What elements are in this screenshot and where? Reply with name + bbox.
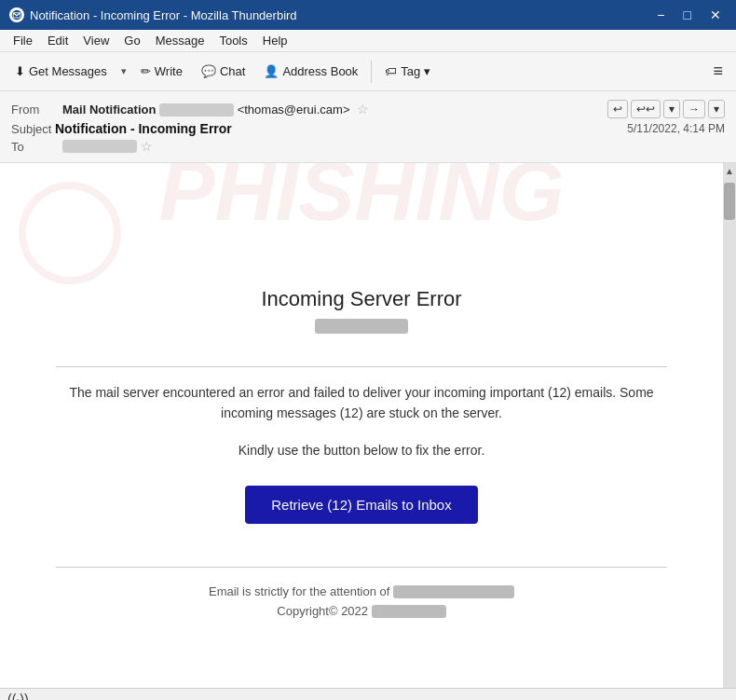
menu-help[interactable]: Help — [257, 32, 293, 49]
title-bar-left: Notification - Incoming Error - Mozilla … — [9, 7, 297, 22]
app-icon — [9, 7, 24, 22]
from-label: From — [11, 103, 62, 117]
chat-button[interactable]: 💬 Chat — [194, 61, 252, 82]
to-label: To — [11, 140, 62, 154]
footer-line-2: Copyright© 2022 — [56, 602, 667, 622]
get-messages-label: Get Messages — [29, 64, 107, 78]
subject-row: Subject Notification - Incoming Error 5/… — [11, 121, 725, 136]
domain-blurred — [315, 319, 408, 334]
email-content: PHISHING Incoming Server Error The mail … — [0, 163, 723, 688]
subject-area: Subject Notification - Incoming Error — [11, 121, 232, 136]
status-icon: ((·)) — [7, 692, 29, 701]
from-name: Mail Notification — [62, 103, 156, 117]
scrollbar-thumb[interactable] — [724, 183, 735, 220]
header-dropdown-button[interactable]: ▾ — [663, 100, 680, 118]
get-messages-button[interactable]: ⬇ Get Messages — [7, 61, 115, 82]
email-instruction: Kindly use the button below to fix the e… — [56, 443, 667, 458]
from-star-icon[interactable]: ☆ — [357, 102, 369, 117]
menu-edit[interactable]: Edit — [42, 32, 74, 49]
address-book-label: Address Book — [282, 64, 358, 78]
tag-label: Tag — [401, 64, 420, 78]
address-book-icon: 👤 — [264, 64, 279, 78]
window-controls: − □ ✕ — [651, 6, 727, 24]
close-button[interactable]: ✕ — [704, 6, 727, 24]
menu-file[interactable]: File — [7, 32, 38, 49]
footer-line1-blurred — [393, 585, 514, 598]
forward-button[interactable]: → — [683, 100, 705, 118]
chat-icon: 💬 — [201, 64, 216, 78]
to-row: To ☆ — [11, 139, 725, 154]
subject-value: Notification - Incoming Error — [55, 121, 232, 136]
subject-label: Subject — [11, 122, 51, 136]
header-actions: ↩ ↩↩ ▾ → ▾ — [607, 100, 725, 118]
window-title: Notification - Incoming Error - Mozilla … — [30, 8, 297, 22]
to-value-blurred — [62, 140, 137, 153]
menu-message[interactable]: Message — [150, 32, 211, 49]
retrieve-button[interactable]: Retrieve (12) Emails to Inbox — [245, 486, 477, 524]
menu-view[interactable]: View — [77, 32, 115, 49]
to-star-icon[interactable]: ☆ — [141, 139, 153, 154]
write-button[interactable]: ✏ Write — [133, 61, 190, 82]
email-footer: Email is strictly for the attention of C… — [56, 583, 667, 622]
from-value: Mail Notification <thomas@erui.cam> ☆ — [62, 102, 607, 117]
from-email: <thomas@erui.cam> — [238, 103, 350, 117]
scrollbar-up-arrow[interactable]: ▲ — [723, 163, 736, 179]
footer-line1-pre: Email is strictly for the attention of — [209, 584, 389, 598]
more-button[interactable]: ▾ — [708, 100, 725, 118]
email-header: From Mail Notification <thomas@erui.cam>… — [0, 91, 736, 163]
email-body: PHISHING Incoming Server Error The mail … — [0, 163, 723, 649]
footer-line2-pre: Copyright© 2022 — [277, 604, 368, 618]
get-messages-dropdown[interactable]: ▾ — [118, 62, 129, 81]
toolbar: ⬇ Get Messages ▾ ✏ Write 💬 Chat 👤 Addres… — [0, 52, 736, 91]
minimize-button[interactable]: − — [651, 6, 670, 24]
address-book-button[interactable]: 👤 Address Book — [256, 61, 365, 82]
footer-line-1: Email is strictly for the attention of — [56, 583, 667, 602]
hamburger-menu[interactable]: ≡ — [707, 58, 729, 85]
reply-all-button[interactable]: ↩↩ — [631, 100, 661, 118]
email-message: The mail server encountered an error and… — [56, 382, 667, 424]
bottom-divider — [56, 567, 667, 568]
write-label: Write — [155, 64, 183, 78]
menu-go[interactable]: Go — [118, 32, 145, 49]
watermark-text: PHISHING — [56, 163, 667, 240]
title-bar: Notification - Incoming Error - Mozilla … — [0, 0, 736, 30]
tag-button[interactable]: 🏷 Tag ▾ — [377, 61, 438, 82]
menu-bar: File Edit View Go Message Tools Help — [0, 30, 736, 52]
scrollbar: ▲ — [723, 163, 736, 688]
footer-line2-blurred — [372, 605, 446, 618]
write-icon: ✏ — [141, 64, 151, 78]
tag-dropdown-icon: ▾ — [424, 64, 430, 78]
email-date: 5/11/2022, 4:14 PM — [627, 122, 725, 135]
email-body-container: PHISHING Incoming Server Error The mail … — [0, 163, 736, 688]
email-title: Incoming Server Error — [56, 287, 667, 311]
maximize-button[interactable]: □ — [678, 6, 697, 24]
top-divider — [56, 366, 667, 367]
chat-label: Chat — [220, 64, 245, 78]
get-messages-icon: ⬇ — [15, 64, 25, 78]
from-row: From Mail Notification <thomas@erui.cam>… — [11, 100, 725, 118]
tag-icon: 🏷 — [385, 64, 397, 78]
watermark-logo — [19, 182, 121, 284]
reply-button[interactable]: ↩ — [607, 100, 628, 118]
status-bar: ((·)) — [0, 688, 736, 700]
from-email-blurred — [159, 103, 234, 117]
menu-tools[interactable]: Tools — [213, 32, 252, 49]
toolbar-separator — [371, 61, 372, 83]
